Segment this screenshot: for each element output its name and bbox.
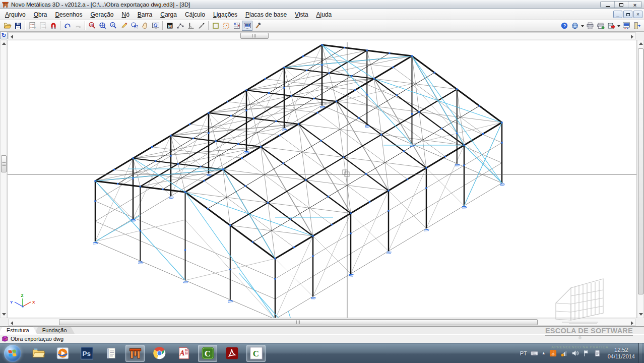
taskbar-acrobat[interactable]: [222, 345, 241, 362]
windows-flag-icon: [8, 349, 17, 357]
mdi-minimize-button[interactable]: _: [613, 11, 622, 18]
top-scrollbar[interactable]: [8, 32, 636, 39]
open-button[interactable]: [2, 21, 13, 31]
print-capture-button[interactable]: [595, 21, 606, 31]
maximize-button[interactable]: [614, 2, 628, 8]
volume-icon[interactable]: [571, 349, 579, 357]
export-dwg-icon: DXFDWG: [39, 22, 47, 30]
bottom-scroll-thumb[interactable]: [59, 319, 538, 325]
grid-button[interactable]: [231, 21, 242, 31]
menu-carga[interactable]: Carga: [156, 10, 181, 20]
right-scroll-up-arrow[interactable]: [639, 42, 643, 45]
menu-ajuda[interactable]: Ajuda: [312, 10, 336, 20]
taskbar-camtasia-studio[interactable]: C: [246, 345, 266, 362]
right-scroll-down-arrow[interactable]: [639, 313, 643, 316]
tab-fundacao[interactable]: Fundação: [34, 327, 75, 334]
java-update-icon[interactable]: [549, 349, 557, 357]
refresh-view-button[interactable]: [150, 21, 161, 31]
top-scroll-thumb[interactable]: [240, 33, 269, 39]
mdi-close-button[interactable]: ×: [633, 11, 642, 18]
svg-text:Y: Y: [10, 300, 13, 305]
taskbar-explorer[interactable]: [29, 345, 48, 362]
zoom-2x-button[interactable]: 2: [108, 21, 118, 31]
exit-button[interactable]: [631, 21, 642, 31]
structure-canvas[interactable]: ZYX: [7, 40, 637, 318]
tools-button[interactable]: [252, 21, 263, 31]
taskbar-notepad[interactable]: [101, 345, 120, 362]
marks-button[interactable]: M: [164, 21, 175, 31]
menu-ligacoes[interactable]: Ligações: [209, 10, 241, 20]
pan-button[interactable]: [140, 21, 150, 31]
help-button[interactable]: ?: [559, 21, 569, 31]
right-scrollbar[interactable]: [637, 40, 644, 318]
minimize-button[interactable]: [601, 2, 614, 8]
export-button[interactable]: [606, 21, 616, 31]
language-indicator[interactable]: PT: [520, 350, 527, 356]
close-button[interactable]: ×: [628, 2, 641, 8]
bottom-scroll-right-arrow[interactable]: [631, 321, 633, 325]
screen-preview-icon: [243, 22, 251, 30]
web-dropdown[interactable]: [580, 21, 585, 31]
top-scroll-left-arrow[interactable]: [11, 35, 13, 39]
menu-placas-de-base[interactable]: Placas de base: [241, 10, 291, 20]
menu-arquivo[interactable]: Arquivo: [1, 10, 30, 20]
show-hidden-icons[interactable]: ▲: [542, 351, 546, 355]
menu-obra[interactable]: Obra: [30, 10, 51, 20]
import-dwg-button[interactable]: DXFDWG: [27, 21, 37, 31]
keyboard-icon[interactable]: [531, 349, 538, 357]
bottom-scrollbar[interactable]: [8, 319, 636, 326]
dotted-square-button[interactable]: [221, 21, 231, 31]
taskbar-photoshop[interactable]: Ps: [77, 345, 96, 362]
start-button[interactable]: [4, 345, 21, 362]
right-scroll-thumb[interactable]: [638, 48, 643, 294]
measure-button[interactable]: [196, 21, 207, 31]
screen-config-button[interactable]: [621, 21, 631, 31]
menu-desenhos[interactable]: Desenhos: [51, 10, 86, 20]
mdi-restore-button[interactable]: [623, 11, 632, 18]
zoom-region-button[interactable]: [129, 21, 140, 31]
menu-barra[interactable]: Barra: [134, 10, 156, 20]
top-scroll-right-arrow[interactable]: [631, 35, 633, 39]
menu-geracao[interactable]: Geração: [86, 10, 117, 20]
export-dwg-button[interactable]: DXFDWG: [37, 21, 48, 31]
taskbar-camtasia-recorder[interactable]: C: [198, 345, 217, 362]
save-button[interactable]: [13, 21, 23, 31]
web-button[interactable]: [569, 21, 580, 31]
menu-no[interactable]: Nó: [117, 10, 133, 20]
help-icon: ?: [560, 22, 568, 30]
snap-button[interactable]: [48, 21, 58, 31]
grid-icon: [233, 22, 241, 30]
tab-estrutura[interactable]: Estrutura: [0, 327, 37, 334]
export-dropdown[interactable]: [616, 21, 621, 31]
action-center-flag-icon[interactable]: [583, 349, 590, 357]
tray-app-icon[interactable]: [594, 349, 601, 357]
left-scroll-thumb[interactable]: [1, 155, 7, 172]
rotate-view-button[interactable]: ↻: [0, 32, 8, 39]
taskbar-chrome[interactable]: [150, 345, 169, 362]
square-select-button[interactable]: [210, 21, 221, 31]
undo-button[interactable]: [62, 21, 73, 31]
taskbar-autocad[interactable]: A2010: [174, 345, 193, 362]
bottom-scroll-left-arrow[interactable]: [11, 321, 13, 325]
menu-vista[interactable]: Vista: [291, 10, 312, 20]
zoom-extents-button[interactable]: [97, 21, 108, 31]
camtasia-studio-icon: C: [249, 346, 263, 360]
redo-button[interactable]: [73, 21, 83, 31]
zoom-window-button[interactable]: R: [87, 21, 97, 31]
taskbar-metalicas-3d[interactable]: [125, 345, 145, 362]
nodes-button[interactable]: [175, 21, 185, 31]
workspace: ↻ ZYX: [0, 32, 644, 326]
edit-button[interactable]: [118, 21, 129, 31]
perpendicular-button[interactable]: [185, 21, 196, 31]
network-icon[interactable]: [560, 349, 568, 357]
left-scroll-down-arrow[interactable]: [2, 313, 6, 316]
left-scroll-up-arrow[interactable]: [2, 42, 6, 45]
left-scrollbar[interactable]: [0, 40, 7, 318]
svg-text:Ps: Ps: [82, 350, 91, 357]
menu-calculo[interactable]: Cálculo: [181, 10, 209, 20]
clock[interactable]: 12:52 04/11/2014: [608, 347, 635, 360]
taskbar-media-player[interactable]: [53, 345, 72, 362]
show-desktop-button[interactable]: [638, 343, 642, 363]
print-button[interactable]: [585, 21, 595, 31]
screen-preview-button[interactable]: [242, 21, 252, 31]
